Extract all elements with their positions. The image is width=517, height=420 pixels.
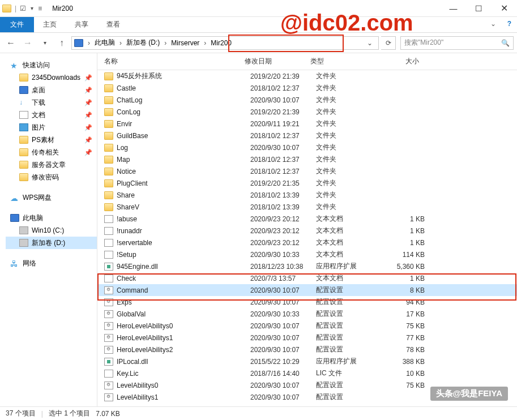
sidebar-item[interactable]: ↓下载📌 [6,96,97,109]
folder-icon [104,120,113,128]
file-row[interactable]: LevelAbilitys12020/9/30 10:07配置设置 [97,391,517,403]
folder-icon [104,132,113,140]
file-row[interactable]: LevelAbilitys02020/9/30 10:07配置设置75 KB [97,379,517,391]
file-row[interactable]: GlobalVal2020/9/30 10:33配置设置17 KB [97,308,517,320]
navigation-pane: ★快速访问 2345Downloads📌桌面📌↓下载📌文档📌图片📌PS素材📌传奇… [0,53,97,406]
file-row[interactable]: Map2018/10/2 12:37文件夹 [97,153,517,165]
tab-home[interactable]: 主页 [34,17,66,32]
file-row[interactable]: 945反外挂系统2019/2/20 21:39文件夹 [97,70,517,82]
sidebar-item[interactable]: 传奇相关📌 [6,146,97,158]
file-name: LevelAbilitys1 [117,393,250,401]
file-size: 114 KB [385,251,436,259]
file-type: 文件夹 [316,190,385,200]
file-row[interactable]: Notice2018/10/2 12:37文件夹 [97,165,517,177]
file-size: 17 KB [385,310,436,318]
sidebar-wps[interactable]: ☁WPS网盘 [6,191,97,204]
file-row[interactable]: HeroLevelAbilitys22020/9/30 10:07配置设置78 … [97,344,517,355]
file-row[interactable]: !Setup2020/9/30 10:33文本文档114 KB [97,248,517,260]
chevron-right-icon[interactable]: › [200,39,210,47]
file-name: Key.Lic [117,370,250,378]
file-row[interactable]: !runaddr2020/9/23 20:12文本文档1 KB [97,225,517,237]
crumb-mirserver[interactable]: Mirserver [170,39,200,47]
help-icon[interactable]: ? [502,17,517,32]
col-type[interactable]: 类型 [310,57,379,66]
file-row[interactable]: Key.Lic2018/7/16 14:40LIC 文件10 KB [97,367,517,379]
sidebar-item[interactable]: 修改密码 [6,171,97,183]
file-row[interactable]: Log2020/9/30 10:07文件夹 [97,142,517,153]
chevron-right-icon[interactable]: › [116,39,125,47]
file-row[interactable]: !servertable2020/9/23 20:12文本文档1 KB [97,237,517,248]
sidebar-item[interactable]: PS素材📌 [6,134,97,146]
chevron-right-icon[interactable]: › [161,39,170,47]
file-type: 文件夹 [316,107,385,117]
tab-view[interactable]: 查看 [97,17,129,32]
file-row[interactable]: Exps2020/9/30 10:07配置设置94 KB [97,296,517,308]
file-name: ShareV [117,203,250,211]
ribbon-expand-icon[interactable]: ⌄ [485,17,502,32]
col-date[interactable]: 修改日期 [245,57,310,66]
file-row[interactable]: ConLog2019/2/20 21:39文件夹 [97,106,517,118]
titlebar: | ☑ ▾ ≡ Mir200 — ☐ ✕ [0,0,517,17]
file-type: 文件夹 [316,155,385,164]
refresh-button[interactable]: ⟳ [381,36,396,50]
maximize-button[interactable]: ☐ [466,1,492,16]
minimize-button[interactable]: — [441,1,466,16]
status-bar: 37 个项目 | 选中 1 个项目 7.07 KB [0,406,517,420]
forward-button[interactable]: → [20,36,35,50]
sidebar-network[interactable]: 🖧网络 [6,257,97,269]
file-name: Castle [117,84,250,92]
qat-checkbox-icon[interactable]: ☑ [20,5,26,12]
file-date: 2018/12/23 10:38 [250,263,316,271]
file-type: 文件夹 [316,131,385,140]
file-row[interactable]: Share2018/10/2 13:39文件夹 [97,189,517,201]
tab-share[interactable]: 共享 [66,17,97,32]
file-row[interactable]: !abuse2020/9/23 20:12文本文档1 KB [97,213,517,225]
chevron-right-icon[interactable]: › [84,39,93,47]
back-button[interactable]: ← [3,36,18,50]
file-row[interactable]: IPLocal.dll2015/5/22 10:29应用程序扩展388 KB [97,355,517,367]
sidebar-item[interactable]: 服务器文章 [6,158,97,171]
sidebar-quick-access[interactable]: ★快速访问 [6,59,97,71]
address-bar[interactable]: › 此电脑 › 新加卷 (D:) › Mirserver › Mir200 ⌄ [71,36,379,50]
file-row[interactable]: ChatLog2020/9/30 10:07文件夹 [97,94,517,106]
crumb-drive[interactable]: 新加卷 (D:) [125,38,161,48]
col-name[interactable]: 名称 [97,57,245,66]
file-row[interactable]: Castle2018/10/2 12:37文件夹 [97,82,517,94]
sidebar-item[interactable]: 图片📌 [6,121,97,134]
file-row[interactable]: HeroLevelAbilitys12020/9/30 10:07配置设置77 … [97,332,517,344]
file-name: !runaddr [117,227,250,235]
sidebar-item[interactable]: 2345Downloads📌 [6,71,97,84]
search-icon[interactable]: 🔍 [501,39,510,47]
search-input[interactable]: 搜索"Mir200" 🔍 [400,36,514,50]
sidebar-item[interactable]: 桌面📌 [6,84,97,96]
sidebar-item[interactable]: 文档📌 [6,109,97,121]
file-name: Log [117,144,250,152]
qat-overflow-icon[interactable]: ≡ [35,5,45,12]
tab-file[interactable]: 文件 [0,17,34,32]
sidebar-drive-c[interactable]: Win10 (C:) [6,224,97,237]
file-date: 2020/9/30 10:33 [250,310,316,318]
file-row[interactable]: Envir2020/9/11 19:21文件夹 [97,118,517,130]
up-button[interactable]: ↑ [54,36,69,50]
file-row[interactable]: 945Engine.dll2018/12/23 10:38应用程序扩展5,360… [97,260,517,272]
recent-dropdown-icon[interactable]: ▾ [37,36,52,50]
address-dropdown-icon[interactable]: ⌄ [367,39,376,47]
pc-icon [74,39,83,47]
crumb-pc[interactable]: 此电脑 [93,38,116,48]
file-size: 1 KB [385,215,436,223]
file-size: 388 KB [385,358,436,366]
file-row[interactable]: Check2020/7/3 13:57文本文档1 KB [97,272,517,284]
cfg-icon [104,286,113,294]
col-size[interactable]: 大小 [379,57,430,66]
file-row[interactable]: PlugClient2019/2/20 21:35文件夹 [97,177,517,189]
close-button[interactable]: ✕ [492,1,517,16]
qat-dropdown-icon[interactable]: ▾ [27,5,33,11]
sidebar-this-pc[interactable]: 此电脑 [6,212,97,224]
file-row[interactable]: HeroLevelAbilitys02020/9/30 10:07配置设置75 … [97,320,517,332]
sidebar-drive-d[interactable]: 新加卷 (D:) [6,237,97,249]
file-row[interactable]: ShareV2018/10/2 13:39文件夹 [97,201,517,213]
file-row[interactable]: GuildBase2018/10/2 12:37文件夹 [97,130,517,142]
crumb-mir200[interactable]: Mir200 [210,39,233,47]
file-row[interactable]: Command2020/9/30 10:07配置设置8 KB [97,284,517,296]
qat-divider: | [12,5,19,12]
